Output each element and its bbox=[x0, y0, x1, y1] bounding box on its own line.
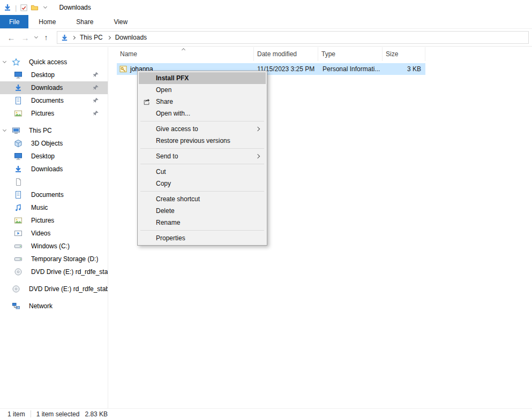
network-icon bbox=[12, 302, 25, 310]
sidebar-item-desktop-pc[interactable]: Desktop bbox=[0, 150, 108, 163]
sidebar-item-label: Windows (C:) bbox=[31, 242, 70, 250]
3d-objects-icon bbox=[14, 139, 27, 148]
expand-chevron-icon[interactable] bbox=[3, 130, 12, 131]
submenu-chevron-icon bbox=[256, 127, 260, 131]
sidebar-section-label: This PC bbox=[29, 127, 52, 134]
up-icon[interactable]: ↑ bbox=[40, 33, 53, 42]
sidebar-item-label: Pictures bbox=[31, 217, 54, 224]
sidebar-item-network[interactable]: Network bbox=[0, 300, 108, 313]
tab-file[interactable]: File bbox=[0, 15, 28, 28]
menu-item-send-to[interactable]: Send to bbox=[139, 150, 266, 162]
sidebar-item-music[interactable]: Music bbox=[0, 201, 108, 214]
pin-icon bbox=[93, 85, 103, 91]
qat-properties-icon[interactable] bbox=[20, 4, 28, 12]
column-header-size[interactable]: Size bbox=[383, 47, 425, 61]
sidebar-item-unnamed[interactable] bbox=[0, 176, 108, 188]
dvd-icon bbox=[14, 268, 27, 276]
sidebar-item-downloads-pc[interactable]: Downloads bbox=[0, 163, 108, 176]
pictures-icon bbox=[14, 109, 27, 118]
qat-new-folder-icon[interactable] bbox=[31, 4, 39, 12]
sidebar-item-temporary-storage-d[interactable]: Temporary Storage (D:) bbox=[0, 253, 108, 265]
sidebar-item-label: Downloads bbox=[31, 84, 63, 92]
document-icon bbox=[14, 178, 27, 186]
menu-item-cut[interactable]: Cut bbox=[139, 166, 266, 178]
ribbon-tabs: File Home Share View bbox=[0, 15, 532, 29]
quick-access-star-icon bbox=[12, 58, 25, 66]
recent-locations-chevron-icon[interactable] bbox=[32, 37, 40, 38]
tab-view[interactable]: View bbox=[103, 15, 138, 28]
back-icon[interactable]: ← bbox=[4, 33, 18, 42]
sidebar-item-dvd-drive-e[interactable]: DVD Drive (E:) rd_rdfe_stable bbox=[0, 265, 108, 278]
file-type-cell: Personal Informati... bbox=[318, 65, 383, 73]
dvd-icon bbox=[12, 285, 25, 293]
sidebar-item-videos[interactable]: Videos bbox=[0, 227, 108, 240]
column-header-type[interactable]: Type bbox=[318, 47, 383, 61]
submenu-chevron-icon bbox=[256, 154, 260, 158]
menu-item-delete[interactable]: Delete bbox=[139, 205, 266, 217]
menu-item-open[interactable]: Open bbox=[139, 84, 266, 96]
titlebar: | Downloads bbox=[0, 0, 532, 15]
sidebar-item-pictures[interactable]: Pictures bbox=[0, 107, 108, 120]
menu-item-install-pfx[interactable]: Install PFX bbox=[139, 72, 266, 84]
menu-item-give-access-to[interactable]: Give access to bbox=[139, 123, 266, 135]
sidebar-item-label: 3D Objects bbox=[31, 140, 63, 147]
qat-customize-chevron-icon[interactable] bbox=[41, 7, 49, 8]
breadcrumb-chevron-icon[interactable] bbox=[72, 35, 76, 39]
pictures-icon bbox=[14, 216, 27, 225]
sidebar-item-downloads[interactable]: Downloads bbox=[0, 81, 108, 94]
sidebar-item-desktop[interactable]: Desktop bbox=[0, 68, 108, 81]
sidebar-section-this-pc[interactable]: This PC bbox=[0, 124, 108, 137]
menu-item-label: Give access to bbox=[156, 125, 198, 133]
sidebar-item-label: Documents bbox=[31, 97, 64, 104]
documents-icon bbox=[14, 191, 27, 199]
sidebar-item-label: Videos bbox=[31, 230, 50, 237]
column-header-label: Size bbox=[386, 50, 398, 58]
desktop-icon bbox=[14, 71, 27, 79]
menu-separator bbox=[140, 191, 264, 192]
downloads-icon bbox=[14, 165, 27, 173]
sidebar-item-windows-c[interactable]: Windows (C:) bbox=[0, 240, 108, 253]
sidebar-item-label: Music bbox=[31, 204, 48, 211]
sidebar-item-dvd-drive-root[interactable]: DVD Drive (E:) rd_rdfe_stable.T bbox=[0, 283, 108, 295]
desktop-icon bbox=[14, 152, 27, 161]
sidebar-section-quick-access[interactable]: Quick access bbox=[0, 56, 108, 68]
navigation-pane: Quick access Desktop Downloads Documents… bbox=[0, 47, 108, 408]
forward-icon[interactable]: → bbox=[18, 33, 32, 42]
menu-separator bbox=[140, 148, 264, 149]
breadcrumb-chevron-icon[interactable] bbox=[107, 35, 111, 39]
pin-icon bbox=[93, 72, 103, 78]
menu-item-copy[interactable]: Copy bbox=[139, 178, 266, 189]
music-icon bbox=[14, 203, 27, 212]
menu-item-open-with[interactable]: Open with... bbox=[139, 108, 266, 119]
sidebar-item-documents-pc[interactable]: Documents bbox=[0, 188, 108, 201]
menu-item-rename[interactable]: Rename bbox=[139, 217, 266, 228]
window-downloads-icon bbox=[3, 3, 12, 12]
breadcrumb-downloads[interactable]: Downloads bbox=[114, 34, 148, 41]
menu-separator bbox=[140, 230, 264, 231]
sidebar-item-documents[interactable]: Documents bbox=[0, 94, 108, 107]
menu-item-share[interactable]: Share bbox=[139, 96, 266, 108]
share-icon bbox=[143, 98, 151, 105]
tab-home[interactable]: Home bbox=[28, 15, 66, 28]
tab-share[interactable]: Share bbox=[66, 15, 103, 28]
pin-icon bbox=[93, 97, 103, 104]
sidebar-item-pictures-pc[interactable]: Pictures bbox=[0, 214, 108, 227]
breadcrumb-this-pc[interactable]: This PC bbox=[79, 34, 104, 41]
column-header-label: Name bbox=[120, 50, 137, 58]
address-bar[interactable]: This PC Downloads bbox=[57, 31, 529, 44]
sidebar-item-3d-objects[interactable]: 3D Objects bbox=[0, 137, 108, 150]
sidebar-item-label: Downloads bbox=[31, 165, 63, 173]
menu-item-properties[interactable]: Properties bbox=[139, 232, 266, 244]
column-header-label: Type bbox=[321, 50, 335, 58]
expand-chevron-icon[interactable] bbox=[3, 62, 12, 63]
sidebar-item-label: DVD Drive (E:) rd_rdfe_stable bbox=[31, 268, 108, 276]
sidebar-item-label: Network bbox=[29, 302, 53, 310]
menu-item-create-shortcut[interactable]: Create shortcut bbox=[139, 193, 266, 205]
sidebar-item-label: DVD Drive (E:) rd_rdfe_stable.T bbox=[29, 285, 108, 293]
column-header-name[interactable]: Name bbox=[117, 47, 254, 61]
selection-count: 1 item selected bbox=[36, 410, 80, 418]
this-pc-icon bbox=[12, 126, 25, 135]
menu-item-restore-previous-versions[interactable]: Restore previous versions bbox=[139, 135, 266, 147]
column-header-date-modified[interactable]: Date modified bbox=[254, 47, 318, 61]
column-headers: Name Date modified Type Size bbox=[108, 47, 532, 61]
